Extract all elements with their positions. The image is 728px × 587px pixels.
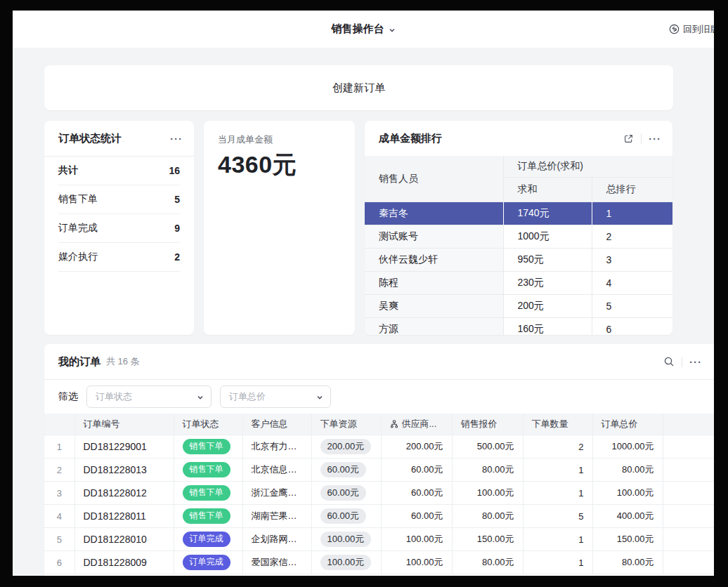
customer-cell: 企划路网络... — [242, 528, 311, 551]
order-row[interactable]: 4 DD181228011 销售下单 湖南芒果娱... 60.00元 60.00… — [44, 505, 714, 528]
workspace-switcher[interactable]: 销售操作台 — [13, 11, 714, 48]
ranking-card-title: 成单金额排行 — [379, 132, 442, 145]
switch-version-icon — [669, 24, 680, 34]
more-menu-icon[interactable]: ··· — [689, 357, 702, 367]
page-title: 销售操作台 — [332, 22, 384, 36]
resource-badge: 60.00元 — [320, 462, 367, 478]
col-header-customer: 客户信息 — [242, 414, 311, 435]
stat-row-total[interactable]: 共计 16 — [58, 157, 180, 185]
monthly-amount-card: 当月成单金额 4360元 — [204, 121, 355, 335]
col-header-quote: 销售报价 — [452, 414, 523, 435]
col-header-salesperson: 销售人员 — [365, 156, 503, 202]
divider — [641, 133, 642, 144]
status-badge: 销售下单 — [183, 439, 230, 454]
open-external-icon[interactable] — [623, 133, 634, 144]
ranking-table: 销售人员 订单总价(求和) 求和 总排行 秦吉冬 1740元 1 — [365, 156, 672, 335]
hierarchy-icon — [390, 420, 398, 428]
customer-cell: 北京信息大... — [242, 459, 311, 482]
col-header-total: 订单总价 — [592, 414, 663, 435]
stat-value: 2 — [174, 251, 180, 263]
col-header-sum: 求和 — [503, 178, 592, 202]
ranking-row[interactable]: 方源 160元 6 — [365, 318, 672, 336]
stat-row-done[interactable]: 订单完成 9 — [58, 214, 180, 243]
customer-cell: 爱国家信息... — [242, 551, 311, 574]
col-header-resource: 下单资源 — [311, 414, 381, 435]
ranking-row-selected[interactable]: 秦吉冬 1740元 1 — [365, 202, 672, 225]
col-header-order-id: 订单编号 — [74, 414, 174, 435]
order-row[interactable]: 5 DD181228010 订单完成 企划路网络... 100.00元 100.… — [44, 528, 714, 551]
status-badge: 订单完成 — [183, 532, 230, 547]
orders-title: 我的订单 — [58, 355, 100, 369]
stats-cards-row: 订单状态统计 ··· 共计 16 销售下单 5 订单完成 9 — [44, 121, 714, 335]
filter-label: 筛选 — [58, 390, 78, 403]
order-status-stats-card: 订单状态统计 ··· 共计 16 销售下单 5 订单完成 9 — [44, 121, 194, 335]
back-to-old-version-link[interactable]: 回到旧版 — [669, 11, 714, 48]
order-row[interactable]: 6 DD181228009 订单完成 爱国家信息... 100.00元 100.… — [44, 551, 714, 574]
create-order-label: 创建新订单 — [332, 81, 385, 95]
amount-ranking-card: 成单金额排行 ··· 销售人员 订单总价(求和) — [365, 121, 672, 335]
status-badge: 销售下单 — [183, 508, 230, 524]
resource-badge: 60.00元 — [320, 485, 367, 501]
status-card-title: 订单状态统计 — [58, 132, 122, 145]
stat-label: 共计 — [58, 164, 78, 177]
create-order-button[interactable]: 创建新订单 — [44, 65, 673, 110]
stat-row-sales[interactable]: 销售下单 5 — [58, 185, 180, 214]
status-badge: 订单完成 — [183, 555, 230, 570]
more-menu-icon[interactable]: ··· — [649, 133, 661, 144]
amount-label: 当月成单金额 — [218, 133, 341, 146]
chevron-down-icon — [389, 27, 396, 34]
ranking-row[interactable]: 陈程 230元 4 — [365, 272, 672, 295]
back-link-label: 回到旧版 — [683, 23, 714, 36]
my-orders-card: 我的订单 共 16 条 ··· 筛选 订单状态 — [44, 344, 714, 576]
customer-cell: 北京有力量... — [242, 435, 311, 459]
col-header-status: 订单状态 — [174, 414, 242, 435]
orders-table: 订单编号 订单状态 客户信息 下单资源 — [44, 414, 714, 574]
stat-label: 媒介执行 — [58, 251, 98, 263]
ranking-row[interactable]: 测试账号 1000元 2 — [365, 225, 672, 249]
stat-value: 5 — [174, 194, 180, 205]
dashboard-content: 创建新订单 订单状态统计 ··· 共计 16 销售下单 5 — [13, 48, 714, 576]
resource-badge: 200.00元 — [320, 439, 372, 455]
more-menu-icon[interactable]: ··· — [170, 133, 183, 144]
search-icon[interactable] — [663, 356, 675, 367]
status-badge: 销售下单 — [183, 462, 230, 477]
resource-badge: 100.00元 — [320, 555, 372, 571]
col-header-qty: 下单数量 — [523, 414, 592, 435]
col-header-supplier: 供应商... — [381, 414, 452, 435]
app-window: 销售操作台 回到旧版 创建新订单 订单状态统计 ··· — [13, 11, 714, 576]
stat-label: 销售下单 — [58, 193, 98, 206]
resource-badge: 100.00元 — [320, 532, 372, 548]
order-status-filter-select[interactable]: 订单状态 — [86, 385, 212, 408]
ranking-row[interactable]: 伙伴云魏少轩 950元 3 — [365, 249, 672, 272]
order-total-filter-select[interactable]: 订单总价 — [220, 385, 331, 408]
col-header-index — [44, 414, 74, 435]
chevron-down-icon — [197, 394, 204, 401]
customer-cell: 浙江金鹰卡... — [242, 482, 311, 505]
stat-value: 9 — [174, 223, 180, 234]
order-row[interactable]: 2 DD181228013 销售下单 北京信息大... 60.00元 60.00… — [44, 459, 714, 482]
order-row[interactable]: 1 DD181229001 销售下单 北京有力量... 200.00元 200.… — [44, 435, 714, 459]
order-row[interactable]: 3 DD181228012 销售下单 浙江金鹰卡... 60.00元 60.00… — [44, 482, 714, 505]
amount-value: 4360元 — [218, 149, 341, 181]
chevron-down-icon — [316, 394, 323, 401]
col-header-total-group: 订单总价(求和) — [503, 156, 672, 178]
customer-cell: 湖南芒果娱... — [242, 505, 311, 528]
col-header-rank: 总排行 — [592, 178, 672, 202]
status-badge: 销售下单 — [183, 485, 230, 501]
top-bar: 销售操作台 回到旧版 — [13, 11, 714, 48]
divider — [682, 357, 682, 367]
filter-row: 筛选 订单状态 订单总价 — [44, 380, 714, 414]
resource-badge: 60.00元 — [320, 508, 367, 525]
col-header-extra — [663, 414, 714, 435]
stat-value: 16 — [169, 165, 180, 176]
orders-count: 共 16 条 — [106, 355, 140, 368]
stat-row-media[interactable]: 媒介执行 2 — [58, 243, 180, 272]
stat-label: 订单完成 — [58, 222, 98, 235]
ranking-row[interactable]: 吴爽 200元 5 — [365, 295, 672, 318]
